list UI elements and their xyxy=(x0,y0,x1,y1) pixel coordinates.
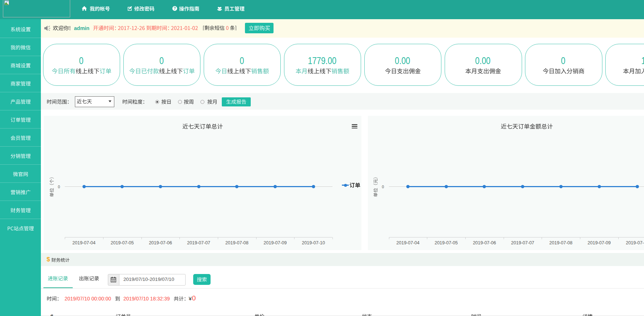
svg-text:?: ? xyxy=(174,6,176,10)
